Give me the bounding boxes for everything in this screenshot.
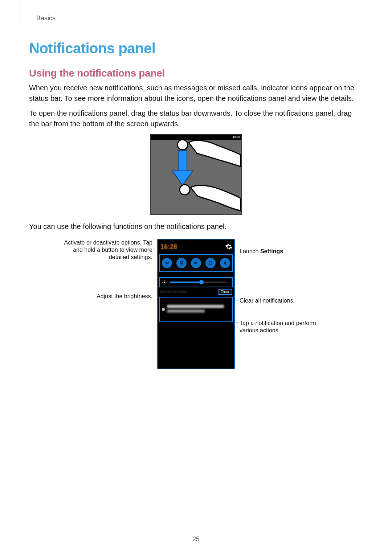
- side-rule: [20, 0, 20, 22]
- panel-figure-wrap: Activate or deactivate options. Tap and …: [29, 239, 363, 377]
- svg-line-14: [166, 280, 166, 281]
- svg-line-11: [163, 280, 163, 281]
- callout-settings-bold: Settings: [260, 248, 283, 254]
- callout-brightness: Adjust the brightness.: [69, 293, 152, 300]
- notification-dot-icon: [162, 308, 165, 311]
- brightness-slider[interactable]: [159, 277, 233, 287]
- callout-clear: Clear all notifications.: [240, 297, 334, 304]
- section-label: Basics: [36, 15, 363, 22]
- panel-time: 16:28: [160, 243, 177, 251]
- notifications-panel-figure: 16:28: [157, 239, 235, 369]
- svg-line-13: [163, 284, 163, 284]
- callout-settings-prefix: Launch: [240, 248, 260, 254]
- subheading: Using the notifications panel: [29, 67, 363, 79]
- callout-tap: Tap a notification and perform various a…: [240, 320, 334, 334]
- bluetooth-icon[interactable]: [220, 258, 230, 268]
- sound-icon[interactable]: [191, 258, 201, 268]
- svg-line-12: [166, 284, 166, 284]
- svg-point-5: [180, 185, 190, 195]
- gesture-illustration: [151, 135, 241, 214]
- callout-settings-suffix: .: [283, 248, 285, 254]
- brightness-track[interactable]: [170, 282, 227, 283]
- rotate-icon[interactable]: [205, 258, 216, 268]
- panel-header: 16:28: [158, 242, 234, 252]
- svg-point-6: [164, 282, 166, 283]
- brightness-icon: [162, 280, 167, 285]
- paragraph-3: You can use the following functions on t…: [29, 221, 363, 232]
- page-title: Notifications panel: [29, 40, 363, 57]
- gear-icon[interactable]: [225, 243, 232, 250]
- drag-gesture-figure: 10:00: [150, 134, 242, 215]
- notifications-label: NOTIFICATIONS: [160, 290, 187, 294]
- notifications-row: NOTIFICATIONS Clear: [158, 288, 234, 295]
- notification-text: [167, 305, 230, 314]
- brightness-thumb[interactable]: [199, 280, 204, 284]
- svg-point-0: [177, 140, 188, 150]
- paragraph-1: When you receive new notifications, such…: [29, 83, 363, 104]
- notification-item[interactable]: [159, 297, 233, 322]
- callout-settings: Launch Settings.: [240, 248, 334, 255]
- page-number: 25: [0, 535, 392, 543]
- svg-rect-1: [178, 151, 187, 171]
- quick-toggles[interactable]: [159, 254, 233, 272]
- callout-toggles: Activate or deactivate options. Tap and …: [62, 239, 152, 261]
- paragraph-2: To open the notifications panel, drag th…: [29, 108, 363, 129]
- clear-button[interactable]: Clear: [218, 289, 232, 295]
- wifi-icon[interactable]: [162, 258, 172, 268]
- location-icon[interactable]: [176, 258, 187, 268]
- svg-marker-2: [172, 171, 193, 185]
